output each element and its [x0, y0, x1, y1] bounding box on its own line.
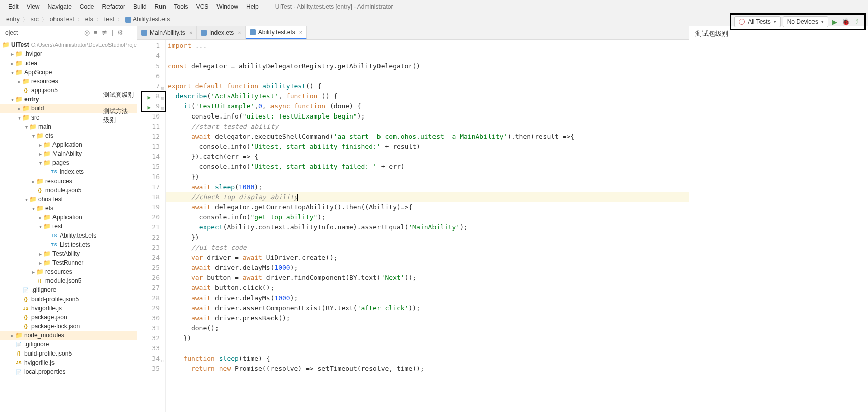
- editor-tab[interactable]: index.ets×: [197, 26, 245, 39]
- expand-icon[interactable]: ≡: [94, 29, 98, 36]
- code-line[interactable]: describe('ActsAbilityTest', function () …: [166, 91, 689, 101]
- code-line[interactable]: export default function abilityTest() {: [166, 81, 689, 91]
- tree-node[interactable]: ▸📁TestAbility: [0, 249, 137, 258]
- tree-node[interactable]: ▸📁node_modules: [0, 331, 137, 340]
- tree-node[interactable]: ▸📁TestRunner: [0, 258, 137, 267]
- tree-node[interactable]: {}package-lock.json: [0, 322, 137, 331]
- tree-node[interactable]: ▸📁MainAbility: [0, 149, 137, 158]
- code-line[interactable]: await driver.pressBack();: [166, 313, 689, 323]
- code-line[interactable]: console.info('Uitest, start ability fail…: [166, 162, 689, 172]
- code-line[interactable]: }): [166, 232, 689, 243]
- code-line[interactable]: import ...: [166, 41, 689, 51]
- close-icon[interactable]: ×: [238, 30, 241, 36]
- tree-node[interactable]: 📁UiTest C:\Users\Administrator\DevEcoStu…: [0, 40, 137, 49]
- code-line[interactable]: //start tested ability: [166, 122, 689, 132]
- tree-node[interactable]: JShvigorfile.js: [0, 358, 137, 367]
- code-area[interactable]: import ...const delegator = abilityDeleg…: [166, 40, 689, 412]
- tree-node[interactable]: ▸📁resources: [0, 176, 137, 186]
- menu-code[interactable]: Code: [76, 1, 98, 12]
- code-line[interactable]: console.info("uitest: TestUiExample begi…: [166, 111, 689, 122]
- tree-node[interactable]: ▾📁AppScope: [0, 68, 137, 77]
- collapse-icon[interactable]: ≢: [102, 29, 107, 36]
- tree-node[interactable]: ▾📁entry: [0, 95, 137, 104]
- tree-node[interactable]: {}package.json: [0, 313, 137, 322]
- coverage-icon[interactable]: ⤴: [852, 17, 861, 26]
- code-line[interactable]: }): [166, 333, 689, 343]
- tree-node[interactable]: ▸📁Application: [0, 213, 137, 222]
- editor-tab[interactable]: Ability.test.ets×: [246, 26, 307, 39]
- code-line[interactable]: await driver.delayMs(1000);: [166, 263, 689, 273]
- menu-help[interactable]: Help: [242, 1, 263, 12]
- tree-node[interactable]: {}build-profile.json5: [0, 295, 137, 304]
- tree-node[interactable]: {}module.json5: [0, 276, 137, 285]
- code-line[interactable]: [166, 343, 689, 354]
- breadcrumb-item[interactable]: src: [29, 15, 41, 24]
- tree-node[interactable]: ▾📁src: [0, 113, 137, 122]
- project-tree[interactable]: 📁UiTest C:\Users\Administrator\DevEcoStu…: [0, 39, 137, 412]
- code-line[interactable]: console.info('Uitest, start ability fini…: [166, 142, 689, 152]
- editor-tab[interactable]: MainAbility.ts×: [137, 26, 197, 39]
- code-line[interactable]: await button.click();: [166, 283, 689, 293]
- menu-refactor[interactable]: Refactor: [98, 1, 129, 12]
- code-line[interactable]: var driver = await UiDriver.create();: [166, 253, 689, 263]
- hide-icon[interactable]: —: [127, 29, 134, 36]
- tree-node[interactable]: ▾📁ohosTest: [0, 195, 137, 204]
- close-icon[interactable]: ×: [299, 29, 302, 35]
- breadcrumb-item[interactable]: Ability.test.ets: [123, 15, 172, 24]
- menu-window[interactable]: Window: [212, 1, 242, 12]
- code-line[interactable]: expect(Ability.context.abilityInfo.name)…: [166, 222, 689, 232]
- menu-run[interactable]: Run: [151, 1, 170, 12]
- tree-node[interactable]: 📄.gitignore: [0, 340, 137, 349]
- tree-node[interactable]: ▾📁ets: [0, 204, 137, 213]
- menu-edit[interactable]: Edit: [4, 1, 23, 12]
- tree-node[interactable]: ▸📁resources: [0, 77, 137, 86]
- tree-node[interactable]: ▸📁.hvigor: [0, 49, 137, 58]
- breadcrumb-item[interactable]: entry: [4, 15, 22, 24]
- gear-icon[interactable]: ⚙: [117, 29, 123, 36]
- menu-tools[interactable]: Tools: [170, 1, 192, 12]
- tree-node[interactable]: {}app.json5: [0, 86, 137, 95]
- tree-node[interactable]: ▸📁resources: [0, 267, 137, 276]
- code-line[interactable]: return new Promise((resolve) => setTimeo…: [166, 364, 689, 374]
- run-icon[interactable]: ▶: [830, 17, 839, 26]
- code-line[interactable]: await sleep(1000);: [166, 182, 689, 192]
- tree-node[interactable]: ▾📁ets: [0, 131, 137, 140]
- code-line[interactable]: //check top display ability: [166, 192, 689, 202]
- device-dropdown[interactable]: No Devices ▾: [783, 16, 828, 27]
- tree-node[interactable]: JShvigorfile.js: [0, 304, 137, 313]
- debug-icon[interactable]: 🐞: [841, 17, 850, 26]
- target-icon[interactable]: ◎: [84, 29, 90, 36]
- code-line[interactable]: const delegator = abilityDelegatorRegist…: [166, 61, 689, 71]
- tree-node[interactable]: TSindex.ets: [0, 167, 137, 176]
- code-line[interactable]: var button = await driver.findComponent(…: [166, 273, 689, 283]
- tree-node[interactable]: ▾📁test: [0, 222, 137, 231]
- tree-node[interactable]: 📄.gitignore: [0, 285, 137, 295]
- code-line[interactable]: await driver.assertComponentExist(BY.tex…: [166, 303, 689, 313]
- code-line[interactable]: //ui test code: [166, 243, 689, 253]
- menu-view[interactable]: View: [23, 1, 44, 12]
- close-icon[interactable]: ×: [189, 30, 192, 36]
- code-line[interactable]: console.info("get top ability");: [166, 212, 689, 222]
- all-tests-dropdown[interactable]: All Tests ▾: [734, 16, 780, 27]
- menu-build[interactable]: Build: [129, 1, 151, 12]
- tree-node[interactable]: 📄local.properties: [0, 367, 137, 376]
- breadcrumb-item[interactable]: test: [102, 15, 116, 24]
- tree-node[interactable]: ▾📁pages: [0, 158, 137, 167]
- tree-node[interactable]: {}build-profile.json5: [0, 349, 137, 358]
- project-dropdown[interactable]: oject: [3, 29, 80, 36]
- tree-node[interactable]: {}module.json5: [0, 186, 137, 195]
- tree-node[interactable]: ▸📁Application: [0, 140, 137, 149]
- tree-node[interactable]: ▸📁.idea: [0, 58, 137, 68]
- code-line[interactable]: await delegator.getCurrentTopAbility().t…: [166, 202, 689, 212]
- menu-navigate[interactable]: Navigate: [43, 1, 75, 12]
- tree-node[interactable]: ▸📁build: [0, 104, 137, 113]
- breadcrumb-item[interactable]: ets: [83, 15, 95, 24]
- tree-node[interactable]: TSAbility.test.ets: [0, 231, 137, 240]
- code-line[interactable]: done();: [166, 323, 689, 333]
- code-line[interactable]: }).catch(err => {: [166, 152, 689, 162]
- code-line[interactable]: }): [166, 172, 689, 182]
- code-line[interactable]: await driver.delayMs(1000);: [166, 293, 689, 303]
- menu-vcs[interactable]: VCS: [192, 1, 213, 12]
- tree-node[interactable]: TSList.test.ets: [0, 240, 137, 249]
- tree-node[interactable]: ▾📁main: [0, 122, 137, 131]
